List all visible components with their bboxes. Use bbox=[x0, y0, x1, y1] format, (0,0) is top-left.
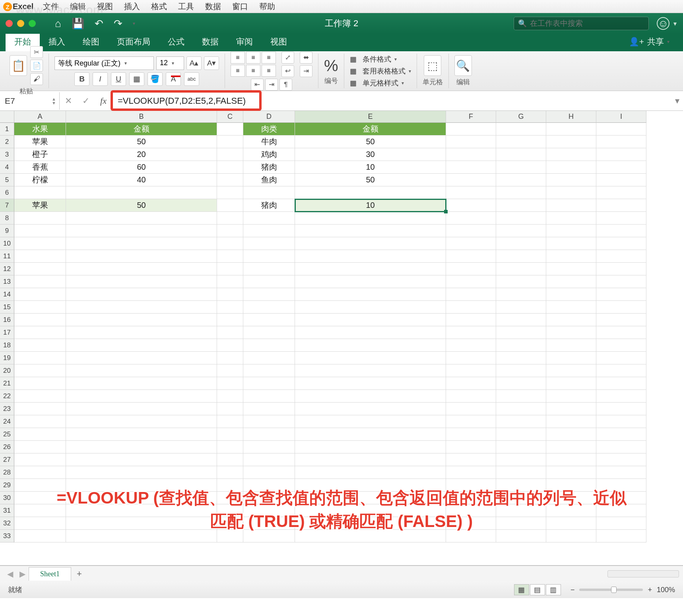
cell-C1[interactable] bbox=[217, 123, 243, 136]
cell-E1[interactable]: 金额 bbox=[295, 123, 446, 136]
cell-B30[interactable] bbox=[66, 492, 217, 504]
cell-F9[interactable] bbox=[446, 225, 496, 237]
cell-B25[interactable] bbox=[66, 428, 217, 441]
row-header-15[interactable]: 15 bbox=[0, 301, 14, 314]
accept-formula-button[interactable]: ✓ bbox=[77, 92, 95, 110]
cell-E18[interactable] bbox=[295, 339, 446, 352]
cell-D7[interactable]: 猪肉 bbox=[243, 199, 295, 212]
minimize-window-button[interactable] bbox=[17, 20, 24, 27]
row-header-20[interactable]: 20 bbox=[0, 364, 14, 377]
menu-help[interactable]: 帮助 bbox=[259, 1, 275, 12]
row-header-21[interactable]: 21 bbox=[0, 377, 14, 390]
cell-D18[interactable] bbox=[243, 339, 295, 352]
tab-formulas[interactable]: 公式 bbox=[159, 32, 193, 51]
cell-G19[interactable] bbox=[496, 352, 546, 364]
cell-I19[interactable] bbox=[596, 352, 646, 364]
cell-I21[interactable] bbox=[596, 377, 646, 390]
cell-C12[interactable] bbox=[217, 263, 243, 275]
cell-G7[interactable] bbox=[496, 199, 546, 212]
cell-G6[interactable] bbox=[496, 186, 546, 199]
column-header-H[interactable]: H bbox=[546, 111, 596, 123]
cell-C25[interactable] bbox=[217, 428, 243, 441]
cell-C22[interactable] bbox=[217, 390, 243, 403]
cell-B6[interactable] bbox=[66, 186, 217, 199]
cell-I11[interactable] bbox=[596, 250, 646, 263]
cell-F5[interactable] bbox=[446, 174, 496, 186]
cell-E14[interactable] bbox=[295, 288, 446, 301]
cell-G9[interactable] bbox=[496, 225, 546, 237]
spreadsheet-grid[interactable]: ABCDEFGHI 123456789101112131415161718192… bbox=[0, 111, 683, 566]
row-header-24[interactable]: 24 bbox=[0, 415, 14, 428]
cell-G25[interactable] bbox=[496, 428, 546, 441]
normal-view-button[interactable]: ▦ bbox=[514, 584, 529, 595]
name-box[interactable]: E7 ▲▼ bbox=[0, 92, 60, 110]
cell-H22[interactable] bbox=[546, 390, 596, 403]
cell-I29[interactable] bbox=[596, 479, 646, 492]
cell-H28[interactable] bbox=[546, 466, 596, 479]
cell-C4[interactable] bbox=[217, 161, 243, 174]
row-header-9[interactable]: 9 bbox=[0, 225, 14, 237]
cell-A22[interactable] bbox=[14, 390, 66, 403]
cell-H12[interactable] bbox=[546, 263, 596, 275]
cell-E12[interactable] bbox=[295, 263, 446, 275]
select-all-corner[interactable] bbox=[0, 111, 14, 123]
cell-G31[interactable] bbox=[496, 504, 546, 517]
cell-A18[interactable] bbox=[14, 339, 66, 352]
cell-D23[interactable] bbox=[243, 403, 295, 415]
find-button[interactable]: 🔍 bbox=[454, 55, 472, 76]
cell-D29[interactable] bbox=[243, 479, 295, 492]
cell-E27[interactable] bbox=[295, 453, 446, 466]
column-header-I[interactable]: I bbox=[596, 111, 646, 123]
cell-E29[interactable] bbox=[295, 479, 446, 492]
cell-A21[interactable] bbox=[14, 377, 66, 390]
cell-B23[interactable] bbox=[66, 403, 217, 415]
undo-icon[interactable]: ↶ bbox=[95, 17, 103, 30]
cell-E7[interactable]: 10 bbox=[295, 199, 446, 212]
cell-H14[interactable] bbox=[546, 288, 596, 301]
cell-I17[interactable] bbox=[596, 326, 646, 339]
row-header-29[interactable]: 29 bbox=[0, 479, 14, 492]
cell-I15[interactable] bbox=[596, 301, 646, 314]
bold-button[interactable]: B bbox=[74, 72, 89, 86]
cell-I14[interactable] bbox=[596, 288, 646, 301]
align-bottom-button[interactable]: ≡ bbox=[262, 52, 276, 64]
cell-A7[interactable]: 苹果 bbox=[14, 199, 66, 212]
tab-review[interactable]: 审阅 bbox=[227, 32, 262, 51]
cell-E28[interactable] bbox=[295, 466, 446, 479]
cell-F32[interactable] bbox=[446, 517, 496, 530]
cell-I20[interactable] bbox=[596, 364, 646, 377]
cell-H21[interactable] bbox=[546, 377, 596, 390]
cell-A29[interactable] bbox=[14, 479, 66, 492]
fill-color-button[interactable]: 🪣 bbox=[147, 72, 163, 86]
cell-A27[interactable] bbox=[14, 453, 66, 466]
row-header-17[interactable]: 17 bbox=[0, 326, 14, 339]
cell-C3[interactable] bbox=[217, 148, 243, 161]
row-header-22[interactable]: 22 bbox=[0, 390, 14, 403]
increase-indent-button[interactable]: ⇥ bbox=[265, 79, 278, 91]
sheet-nav-prev-icon[interactable]: ◀ bbox=[4, 569, 16, 579]
row-header-2[interactable]: 2 bbox=[0, 136, 14, 148]
qat-dropdown-icon[interactable]: ▾ bbox=[133, 21, 135, 26]
zoom-out-button[interactable]: − bbox=[570, 586, 575, 594]
cell-E32[interactable] bbox=[295, 517, 446, 530]
row-header-19[interactable]: 19 bbox=[0, 352, 14, 364]
cell-F4[interactable] bbox=[446, 161, 496, 174]
cell-G22[interactable] bbox=[496, 390, 546, 403]
cell-B19[interactable] bbox=[66, 352, 217, 364]
row-header-5[interactable]: 5 bbox=[0, 174, 14, 186]
cell-D2[interactable]: 牛肉 bbox=[243, 136, 295, 148]
cell-D19[interactable] bbox=[243, 352, 295, 364]
user-dropdown-icon[interactable]: ▾ bbox=[673, 20, 677, 27]
table-format-button[interactable]: ▦套用表格格式▾ bbox=[350, 66, 411, 76]
cell-F33[interactable] bbox=[446, 530, 496, 542]
cell-E26[interactable] bbox=[295, 441, 446, 453]
cell-A30[interactable] bbox=[14, 492, 66, 504]
cell-C6[interactable] bbox=[217, 186, 243, 199]
cell-C14[interactable] bbox=[217, 288, 243, 301]
cell-C26[interactable] bbox=[217, 441, 243, 453]
tab-data[interactable]: 数据 bbox=[193, 32, 227, 51]
cell-F21[interactable] bbox=[446, 377, 496, 390]
cell-G29[interactable] bbox=[496, 479, 546, 492]
cell-A9[interactable] bbox=[14, 225, 66, 237]
cell-B15[interactable] bbox=[66, 301, 217, 314]
